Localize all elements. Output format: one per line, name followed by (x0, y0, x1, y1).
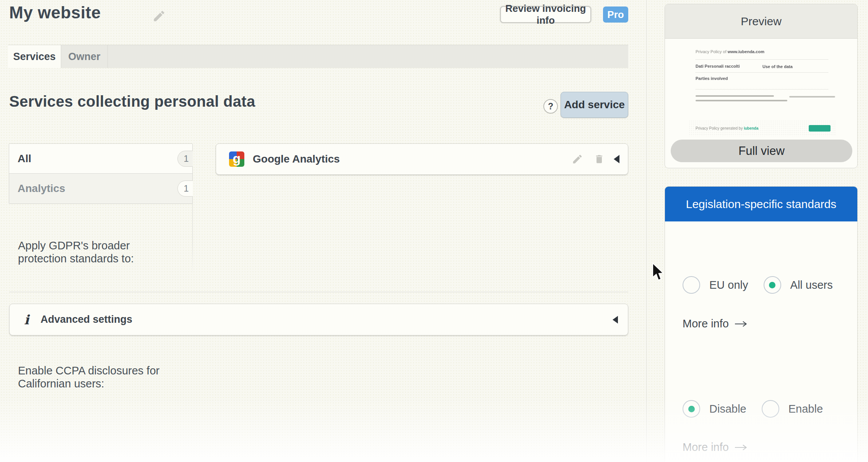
category-panel-edge-line (192, 203, 193, 274)
radio-disable-label[interactable]: Disable (709, 403, 746, 415)
review-invoicing-button[interactable]: Review invoicing info (500, 6, 591, 23)
category-analytics-count-badge: 1 (177, 181, 193, 197)
info-icon: i (24, 312, 29, 327)
placeholder-line (696, 100, 787, 101)
arrow-right-icon (734, 444, 748, 451)
placeholder-line (696, 95, 774, 97)
service-name: Google Analytics (253, 153, 340, 165)
gdpr-radio-group: EU only All users (683, 276, 848, 294)
category-all-label: All (18, 153, 31, 165)
preview-panel: Preview Privacy Policy of www.iubenda.co… (665, 4, 858, 168)
delete-service-trash-icon[interactable] (594, 153, 605, 165)
radio-enable[interactable] (762, 400, 779, 418)
add-service-button[interactable]: Add service (561, 92, 628, 118)
radio-all-users-label[interactable]: All users (790, 279, 833, 291)
tab-owner[interactable]: Owner (61, 45, 108, 68)
gdpr-question: Apply GDPR's broader protection standard… (18, 239, 180, 265)
ccpa-radio-group: Disable Enable (683, 400, 838, 418)
placeholder-line (789, 96, 835, 98)
tab-services[interactable]: Services (8, 45, 61, 68)
category-analytics-label: Analytics (18, 182, 65, 195)
radio-all-users[interactable] (764, 276, 781, 294)
thumbnail-green-button (809, 125, 831, 132)
thumbnail-footer: Privacy Policy generated by iubenda (689, 120, 836, 136)
preview-title: Preview (665, 4, 857, 39)
radio-eu-only[interactable] (683, 276, 700, 294)
category-all-count-badge: 1 (177, 151, 193, 167)
collapse-advanced-arrow-icon[interactable] (613, 316, 618, 324)
advanced-settings-row[interactable]: i Advanced settings (9, 304, 628, 335)
advanced-settings-label: Advanced settings (41, 314, 132, 325)
google-analytics-icon: g (229, 151, 244, 167)
arrow-right-icon (734, 320, 748, 327)
ccpa-question: Enable CCPA disclosures for Californian … (18, 364, 180, 390)
pro-badge[interactable]: Pro (603, 7, 628, 23)
gdpr-more-info-link[interactable]: More info (683, 317, 748, 330)
legislation-panel-title: Legislation-specific standards (665, 187, 857, 221)
full-view-button[interactable]: Full view (671, 140, 852, 162)
category-list: All 1 Analytics 1 (9, 143, 193, 204)
ccpa-more-info-link[interactable]: More info (683, 441, 748, 454)
svg-text:g: g (233, 151, 241, 166)
help-button[interactable]: ? (543, 99, 558, 114)
radio-enable-label[interactable]: Enable (788, 403, 823, 415)
page-title: My website (9, 3, 101, 22)
edit-title-pencil-icon[interactable] (152, 9, 166, 24)
radio-eu-only-label[interactable]: EU only (709, 279, 748, 291)
content-sidebar-divider (646, 0, 647, 462)
service-row-google-analytics[interactable]: g Google Analytics (216, 143, 628, 175)
edit-service-pencil-icon[interactable] (572, 153, 583, 165)
section-divider (9, 292, 628, 292)
section-heading: Services collecting personal data (9, 93, 255, 110)
category-analytics[interactable]: Analytics 1 (9, 174, 192, 203)
tab-bar: Services Owner (8, 45, 628, 68)
collapse-service-arrow-icon[interactable] (614, 155, 619, 163)
category-all[interactable]: All 1 (9, 144, 192, 174)
radio-disable[interactable] (683, 400, 700, 418)
